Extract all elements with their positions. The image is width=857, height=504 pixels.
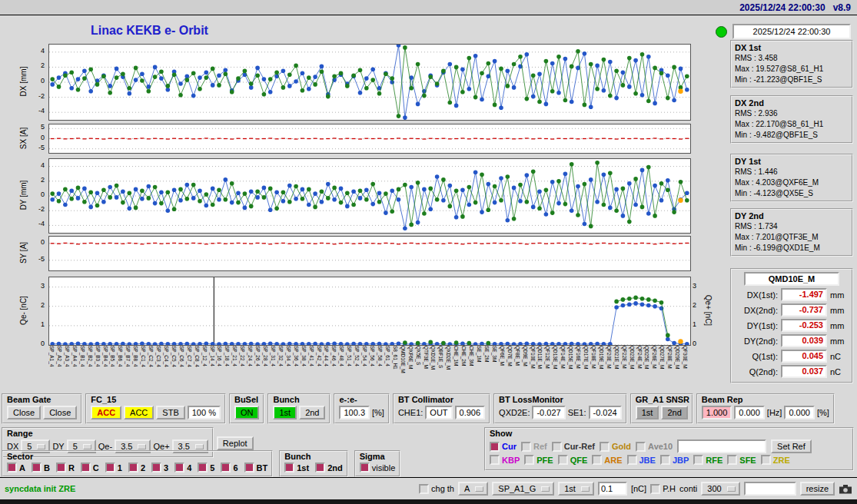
stats-title: DY 1st [735, 157, 849, 167]
x-tick-label: SP_B6_4 [118, 346, 123, 366]
gr-a1-snsr-group: GR_A1 SNSR 1st 2nd [630, 393, 693, 424]
stats-min: Min : -21.223@QBF1E_S [735, 75, 849, 85]
beam-rep-value-3: 0.000 [784, 406, 815, 419]
checkbox-indicator [56, 463, 66, 472]
checkbox-label: JBE [639, 456, 656, 465]
ref-entry-input[interactable] [677, 439, 766, 453]
x-tick-label: CHE_3M [469, 346, 474, 366]
busel-on-button[interactable]: ON [234, 406, 260, 419]
checkbox-1[interactable]: 1 [105, 463, 122, 472]
x-tick-label: QD9E_M [523, 346, 528, 366]
checkbox-zre[interactable]: ZRE [761, 455, 790, 465]
x-tick-label: CHE_2M [461, 346, 467, 366]
checkbox-indicator [636, 442, 646, 452]
fc15-stb-button[interactable]: STB [156, 406, 184, 419]
beam-gate-close-2-button[interactable]: Close [43, 406, 77, 419]
sx-axis-label: SX [A] [19, 127, 28, 148]
ph-checkbox[interactable]: P.H [650, 484, 676, 494]
set-ref-button[interactable]: Set Ref [771, 439, 812, 453]
bpm-select-value: SP_A1_G [498, 484, 536, 493]
checkbox-1st[interactable]: 1st [284, 463, 309, 472]
bunch-items: 1st2nd [284, 463, 342, 472]
checkbox-c[interactable]: C [81, 463, 99, 472]
x-tick-label: QD29E_M [675, 346, 680, 369]
checkbox-2nd[interactable]: 2nd [315, 463, 343, 472]
checkbox-5[interactable]: 5 [198, 463, 214, 472]
bunch-select-dropdown[interactable]: 1st [558, 482, 594, 496]
checkbox-visible[interactable]: visible [360, 463, 396, 472]
fc15-acc-2-button[interactable]: ACC [124, 406, 154, 419]
ph-label: P.H [663, 484, 676, 493]
sector-select-dropdown[interactable]: A [458, 482, 488, 496]
x-tick-label: SP_44_4 [324, 346, 329, 366]
group-title: Bunch [284, 453, 311, 461]
checkbox-rfe[interactable]: RFE [693, 455, 722, 465]
checkbox-qfe[interactable]: QFE [558, 455, 588, 465]
rate-dropdown[interactable]: 300 [701, 482, 739, 496]
checkbox-a[interactable]: A [7, 463, 25, 472]
snsr-2nd-button[interactable]: 2nd [661, 406, 687, 419]
chg-th-checkbox[interactable]: chg th [419, 484, 454, 494]
x-tick-label: SP_B1_4 [80, 346, 85, 366]
beam-gate-close-1-button[interactable]: Close [7, 406, 41, 419]
y-tick-label: 1 [28, 320, 45, 328]
checkbox-cur[interactable]: Cur [490, 442, 517, 452]
y-tick-label: 2 [28, 61, 45, 69]
screenshot-camera-button[interactable] [839, 484, 852, 494]
replot-button[interactable]: Replot [217, 436, 254, 450]
x-tick-label: SP_A3_4 [65, 346, 70, 366]
x-tick-label: QF24E_M [637, 346, 643, 369]
linac-orbit-window: { "window": {"timestamp": "2025/12/24 22… [0, 0, 857, 504]
x-tick-label: SP_26_4 [255, 346, 261, 366]
bunch-1st-button[interactable]: 1st [273, 406, 297, 419]
conti-label: conti [679, 484, 697, 493]
snsr-1st-button[interactable]: 1st [636, 406, 659, 419]
fc15-group: FC_15 ACC ACC STB 100 % [85, 393, 226, 424]
bunch-filter-group: Bunch 1st2nd [279, 450, 347, 477]
status-bar: syncdata init ZRE chg th A SP_A1_G 1st [… [0, 477, 857, 499]
checkbox-label: ARE [604, 456, 622, 465]
x-tick-label: SP_54_4 [362, 346, 367, 366]
x-tick-label: QF8E_M [515, 346, 520, 366]
checkbox-bt[interactable]: BT [244, 463, 268, 472]
checkbox-r[interactable]: R [56, 463, 75, 472]
dropdown-indicator-icon [475, 486, 483, 492]
checkbox-indicator [244, 463, 254, 472]
monitor-row-label: DY(2nd): [735, 337, 778, 346]
checkbox-kbp[interactable]: KBP [490, 455, 520, 465]
y-tick-label: 3 [693, 282, 709, 290]
bpm-select-dropdown[interactable]: SP_A1_G [492, 482, 554, 496]
checkbox-gold[interactable]: Gold [600, 442, 631, 452]
dropdown-indicator-icon [138, 444, 146, 449]
monitor-row-label: DY(1st): [735, 321, 778, 330]
checkbox-ref[interactable]: Ref [521, 442, 547, 452]
checkbox-label: R [68, 463, 75, 472]
checkbox-cur-ref[interactable]: Cur-Ref [552, 442, 595, 452]
checkbox-sfe[interactable]: SFE [727, 455, 756, 465]
sector-group: Sector ABRC123456BT [2, 450, 273, 477]
checkbox-jbe[interactable]: JBE [627, 455, 656, 465]
fc15-acc-1-button[interactable]: ACC [91, 406, 121, 419]
x-tick-label: SP_16_4 [217, 346, 222, 366]
checkbox-2[interactable]: 2 [128, 463, 145, 472]
bt-lossmonitor-group: BT LossMonitor QXD2E: -0.027 SE1: -0.024 [493, 393, 627, 424]
checkbox-label: Gold [612, 442, 631, 451]
checkbox-3[interactable]: 3 [151, 463, 168, 472]
checkbox-are[interactable]: ARE [592, 455, 622, 465]
threshold-input[interactable] [598, 482, 627, 496]
checkbox-b[interactable]: B [32, 463, 50, 472]
x-tick-label: QXD2E_M [446, 346, 451, 370]
resize-button[interactable]: resize [800, 482, 835, 496]
checkbox-6[interactable]: 6 [221, 463, 238, 472]
y-tick-label: -4 [28, 220, 45, 227]
titlebar-timestamp: 2025/12/24 22:00:30 [739, 2, 825, 13]
checkbox-4[interactable]: 4 [174, 463, 191, 472]
checkbox-ave10[interactable]: Ave10 [636, 442, 673, 452]
x-tick-label: QF10E_M [530, 346, 536, 369]
checkbox-jbp[interactable]: JBP [660, 455, 689, 465]
checkbox-pfe[interactable]: PFE [524, 455, 553, 465]
free-entry-input[interactable] [744, 482, 796, 496]
x-tick-label: SP_56_4 [370, 346, 375, 366]
bunch-2nd-button[interactable]: 2nd [299, 406, 325, 419]
x-tick-label: SP_41_4 [309, 346, 314, 366]
